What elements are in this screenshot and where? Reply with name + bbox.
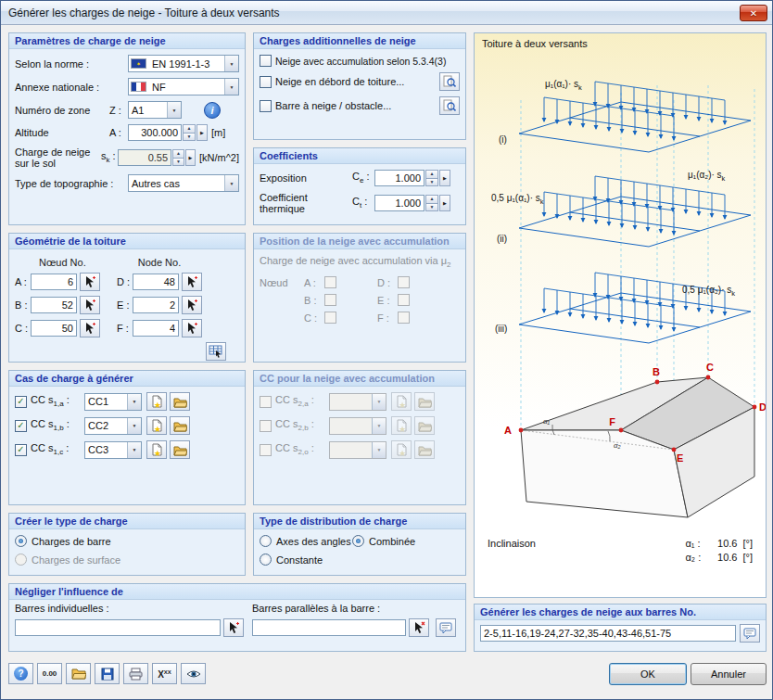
load-diagram-iii	[519, 273, 751, 343]
lc-s1c-select[interactable]: CC3▼	[84, 441, 142, 459]
overhang-details-button[interactable]	[439, 72, 460, 91]
lc-s1c-edit-button[interactable]	[170, 440, 190, 459]
panel-drift-position: Position de la neige avec accumulation C…	[253, 233, 466, 363]
checkbox-snowguard[interactable]	[260, 100, 272, 112]
lc-s1b-new-button[interactable]: ★	[146, 416, 167, 435]
drift-c-label: C :	[304, 312, 324, 324]
radio-combined[interactable]	[352, 535, 364, 547]
exposure-spinner[interactable]: ▲▼	[425, 170, 438, 186]
altitude-detail-button[interactable]: ▶	[196, 124, 208, 141]
checkbox-lc-s1c[interactable]: ✓	[15, 444, 27, 456]
svg-text:★: ★	[399, 425, 406, 433]
zone-info-button[interactable]: i	[204, 102, 221, 119]
alpha2-row: α₂ :10.6[°]	[685, 552, 753, 563]
chevron-down-icon[interactable]: ▼	[127, 442, 141, 458]
node-b-input[interactable]	[31, 297, 77, 313]
help-button[interactable]: ?	[8, 663, 33, 684]
overhang-label: Neige en débord de toiture...	[275, 76, 404, 87]
thermal-detail-button[interactable]: ▶	[439, 195, 450, 211]
parallel-bars-input[interactable]	[252, 619, 406, 636]
zone-select[interactable]: A1 ▼	[128, 101, 182, 119]
lc-s2o-label: CC s2,o :	[275, 442, 329, 456]
save-button[interactable]	[95, 663, 120, 684]
checkbox-drift-534[interactable]	[260, 55, 272, 67]
pick-node-a-button[interactable]	[80, 273, 100, 291]
pick-node-b-button[interactable]	[80, 296, 100, 314]
thermal-spinner[interactable]: ▲▼	[425, 195, 438, 211]
pick-all-nodes-button[interactable]	[206, 342, 226, 361]
checkbox-drift-b	[324, 294, 336, 306]
pick-node-e-button[interactable]	[182, 296, 202, 314]
roof-loads-diagram: μ₁(α₁)· sk μ₁(α₂)· sk 0,5 μ₁(α₁)· sk 0,5…	[475, 33, 766, 534]
constant-label: Constante	[276, 554, 323, 566]
panel-drift-cases: CC pour la neige avec accumulation CC s2…	[253, 370, 466, 505]
lc-s2b-label: CC s2,b :	[275, 418, 329, 432]
lc-s1a-select[interactable]: CC1▼	[84, 393, 142, 411]
altitude-spinner[interactable]: ▲▼	[183, 124, 196, 141]
chevron-down-icon[interactable]: ▼	[167, 102, 181, 118]
title-bar[interactable]: Générer les charges de neige - Toiture à…	[1, 1, 772, 25]
chevron-down-icon[interactable]: ▼	[224, 175, 238, 191]
pick-individual-bars-button[interactable]	[223, 618, 244, 637]
node-a-input[interactable]	[31, 274, 77, 290]
ground-snow-spinner[interactable]: ▲▼	[172, 149, 184, 166]
lc-s1b-select[interactable]: CC2▼	[84, 417, 142, 435]
bars-list-button[interactable]	[740, 624, 760, 643]
display-button[interactable]	[181, 663, 206, 684]
dialog-window: Générer les charges de neige - Toiture à…	[0, 0, 773, 700]
pick-node-d-button[interactable]	[182, 273, 202, 291]
radio-member-loads[interactable]	[15, 535, 27, 547]
checkbox-lc-s1b[interactable]: ✓	[15, 420, 27, 432]
norm-select[interactable]: ✶ EN 1991-1-3 ▼	[128, 55, 239, 72]
ok-button[interactable]: OK	[609, 663, 687, 685]
cancel-button[interactable]: Annuler	[691, 663, 767, 685]
drift-d-label: D :	[377, 277, 398, 288]
point-b-label: B	[653, 366, 660, 377]
ground-snow-unit: [kN/m^2]	[199, 152, 239, 163]
radio-corner-axes[interactable]	[260, 535, 272, 547]
pick-node-f-button[interactable]	[182, 319, 202, 337]
panel-load-type-title: Créer le type de charge	[9, 514, 245, 529]
units-button[interactable]: 0.00	[37, 663, 62, 684]
lc-s1b-label: CC s1,b :	[31, 418, 84, 432]
checkbox-overhang[interactable]	[260, 76, 272, 88]
chevron-down-icon[interactable]: ▼	[127, 394, 141, 410]
snowguard-details-button[interactable]	[439, 96, 460, 115]
node-d-input[interactable]	[133, 274, 179, 290]
annex-select[interactable]: NF ▼	[128, 78, 239, 95]
lc-s1b-edit-button[interactable]	[170, 416, 190, 435]
open-button[interactable]	[66, 663, 91, 684]
chevron-down-icon: ▼	[372, 418, 386, 434]
lc-s1a-new-button[interactable]: ★	[146, 392, 167, 411]
node-e-input[interactable]	[133, 297, 179, 313]
print-button[interactable]	[123, 663, 148, 684]
altitude-input[interactable]	[128, 124, 182, 141]
close-button[interactable]: ✕	[740, 5, 767, 21]
formula-button[interactable]: XXX	[152, 663, 177, 684]
node-c-input[interactable]	[31, 320, 77, 337]
comment-icon	[743, 628, 756, 640]
chevron-down-icon[interactable]: ▼	[224, 79, 238, 95]
pick-parallel-bar-button[interactable]	[409, 618, 429, 637]
ground-snow-detail-button[interactable]: ▶	[185, 149, 196, 166]
lc-s1c-new-button[interactable]: ★	[146, 440, 167, 459]
parallel-comment-button[interactable]	[436, 618, 456, 637]
svg-text:★: ★	[399, 401, 406, 409]
chevron-down-icon[interactable]: ▼	[127, 418, 141, 434]
generated-bars-input[interactable]	[480, 625, 736, 642]
checkbox-drift-e	[398, 294, 410, 306]
chevron-down-icon: ▼	[372, 442, 386, 458]
individual-bars-input[interactable]	[15, 619, 221, 636]
node-f-input[interactable]	[133, 320, 179, 337]
checkbox-lc-s1a[interactable]: ✓	[15, 396, 27, 408]
chevron-down-icon[interactable]: ▼	[224, 56, 238, 71]
topography-select[interactable]: Autres cas ▼	[128, 174, 239, 192]
lc-s1a-edit-button[interactable]	[170, 392, 190, 411]
exposure-detail-button[interactable]: ▶	[439, 170, 450, 186]
panel-generate-bars: Générer les charges de neige aux barres …	[474, 604, 767, 652]
radio-constant[interactable]	[260, 554, 272, 566]
exposure-input[interactable]	[374, 170, 425, 186]
pick-node-c-button[interactable]	[80, 319, 100, 337]
triangle-right-icon: ▶	[443, 200, 447, 206]
thermal-input[interactable]	[374, 195, 425, 211]
